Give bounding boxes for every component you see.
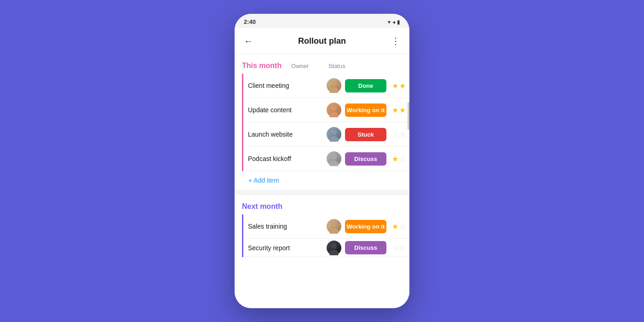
status-badge[interactable]: Done	[345, 79, 386, 92]
section-this-month-header: This month Owner Status	[235, 54, 409, 74]
avatar	[327, 78, 341, 93]
task-name: Sales training	[248, 223, 323, 230]
avatar	[327, 127, 341, 142]
star-1[interactable]: ★	[392, 155, 398, 163]
add-item-button[interactable]: + Add item	[235, 171, 287, 190]
avatar	[327, 241, 341, 255]
table-row[interactable]: Launch website Stuck ☆ ☆	[243, 122, 409, 147]
status-badge[interactable]: Stuck	[345, 128, 386, 141]
section-next-month-header: Next month	[235, 195, 409, 214]
section-next-month: Next month Sales training Working on it …	[235, 195, 409, 257]
svg-point-4	[331, 130, 337, 135]
status-time: 2:40	[244, 18, 256, 25]
avatar	[327, 219, 341, 234]
status-bar: 2:40 ▾ ◂ ▮	[235, 14, 409, 28]
next-month-rows: Sales training Working on it ★ ☆	[242, 214, 409, 257]
content-area: This month Owner Status Client meeting D…	[235, 54, 409, 308]
svg-point-8	[331, 222, 337, 227]
table-row[interactable]: Security report Discuss ☆ ☆	[243, 239, 409, 257]
star-2[interactable]: ★	[399, 81, 406, 90]
task-name: Update content	[248, 106, 323, 114]
scroll-indicator	[408, 102, 409, 130]
stars: ☆ ☆	[392, 130, 406, 139]
section-divider	[235, 190, 409, 195]
battery-icon: ▮	[397, 19, 400, 25]
section-next-month-title: Next month	[242, 202, 282, 211]
svg-point-6	[331, 154, 337, 160]
status-icons: ▾ ◂ ▮	[388, 19, 400, 25]
status-badge[interactable]: Working on it	[345, 220, 386, 233]
svg-point-11	[329, 250, 339, 255]
avatar	[327, 151, 341, 166]
star-2[interactable]: ☆	[399, 130, 406, 139]
status-column-label: Status	[318, 63, 355, 69]
phone-frame: 2:40 ▾ ◂ ▮ ← Rollout plan ⋮ This month O…	[235, 14, 409, 308]
this-month-rows: Client meeting Done ★ ★ Upda	[242, 74, 409, 171]
task-name: Security report	[248, 244, 323, 252]
page-title: Rollout plan	[298, 36, 346, 46]
star-1[interactable]: ★	[392, 81, 398, 90]
star-1[interactable]: ☆	[392, 243, 398, 252]
avatar	[327, 103, 341, 117]
svg-point-1	[329, 87, 339, 93]
svg-point-3	[329, 112, 339, 117]
task-name: Launch website	[248, 131, 323, 138]
section-this-month: This month Owner Status Client meeting D…	[235, 54, 409, 190]
status-badge[interactable]: Discuss	[345, 152, 386, 166]
task-name: Client meeting	[248, 82, 323, 89]
app-header: ← Rollout plan ⋮	[235, 28, 409, 54]
table-row[interactable]: Podcast kickoff Discuss ★ ☆	[243, 147, 409, 171]
table-row[interactable]: Update content Working on it ★ ★	[243, 98, 409, 122]
task-name: Podcast kickoff	[248, 155, 323, 162]
more-menu-button[interactable]: ⋮	[389, 34, 402, 48]
svg-point-2	[331, 105, 337, 111]
table-row[interactable]: Sales training Working on it ★ ☆	[243, 214, 409, 239]
owner-column-label: Owner	[291, 63, 309, 69]
star-1[interactable]: ★	[392, 222, 398, 231]
back-button[interactable]: ←	[242, 34, 255, 48]
svg-point-9	[329, 228, 339, 234]
stars: ★ ★	[392, 106, 406, 115]
stars: ☆ ☆	[392, 243, 406, 252]
svg-point-7	[329, 161, 339, 166]
status-badge[interactable]: Working on it	[345, 104, 386, 117]
svg-point-0	[331, 81, 337, 86]
section-this-month-title: This month	[242, 62, 282, 70]
star-2[interactable]: ☆	[399, 243, 406, 252]
stars: ★ ★	[392, 81, 406, 90]
svg-point-10	[331, 243, 337, 249]
table-row[interactable]: Client meeting Done ★ ★	[243, 74, 409, 98]
star-2[interactable]: ★	[399, 106, 406, 115]
stars: ★ ☆	[392, 222, 406, 231]
status-badge[interactable]: Discuss	[345, 241, 386, 254]
star-2[interactable]: ☆	[399, 222, 406, 231]
stars: ★ ☆	[392, 155, 406, 163]
svg-point-5	[329, 136, 339, 142]
star-2[interactable]: ☆	[399, 155, 406, 163]
signal-icon: ◂	[392, 19, 395, 25]
star-1[interactable]: ☆	[392, 130, 398, 139]
wifi-icon: ▾	[388, 19, 391, 25]
star-1[interactable]: ★	[392, 106, 398, 115]
